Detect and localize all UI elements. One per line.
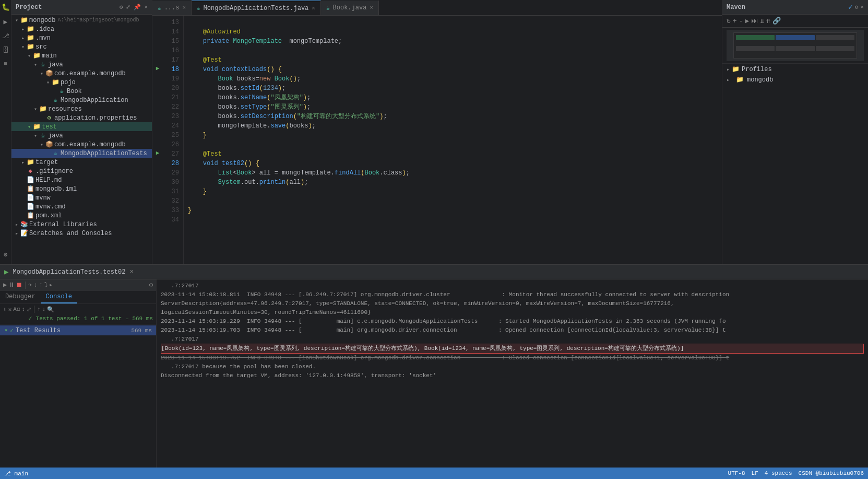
debug-icon[interactable]: 🐛 bbox=[1, 2, 11, 13]
tree-item-pom[interactable]: 📋 pom.xml bbox=[11, 211, 152, 220]
console-toolbar-btn4[interactable]: ↕ bbox=[21, 306, 25, 312]
maven-collapse-icon[interactable]: × bbox=[860, 4, 864, 10]
tree-item-main[interactable]: ▾ 📁 main bbox=[11, 51, 152, 60]
code-line-19: Book books=new Book(); bbox=[188, 74, 718, 84]
scratches-arrow-icon: ▸ bbox=[14, 230, 20, 237]
tree-item-gitignore[interactable]: ◆ .gitignore bbox=[11, 167, 152, 176]
tree-item-mongodb-tests[interactable]: ☕ MongodbApplicationTests bbox=[11, 149, 152, 158]
root-arrow-icon: ▾ bbox=[14, 17, 20, 24]
tree-item-help[interactable]: 📄 HELP.md bbox=[11, 176, 152, 184]
tab-2[interactable]: ☕ MongodbApplicationTests.java × bbox=[192, 1, 321, 15]
main-arrow-icon: ▾ bbox=[26, 53, 32, 59]
mvnw-icon: 📄 bbox=[26, 194, 34, 202]
tree-item-src[interactable]: ▾ 📁 src bbox=[11, 42, 152, 51]
run-gutter-18[interactable]: ▶ bbox=[152, 65, 163, 74]
debug-toolbar-btn-eval[interactable]: ▸ bbox=[49, 281, 53, 289]
tree-item-com-main[interactable]: ▾ 📦 com.example.mongodb bbox=[11, 69, 152, 78]
tree-item-pojo[interactable]: ▾ 📁 pojo bbox=[11, 78, 152, 87]
maven-link-btn[interactable]: 🔗 bbox=[772, 17, 781, 25]
line-num-14: 14 bbox=[165, 27, 179, 37]
console-toolbar-btn1[interactable]: ⬇ bbox=[3, 306, 7, 313]
project-settings-icon[interactable]: ⚙ bbox=[120, 4, 123, 10]
debug-subtab-console[interactable]: Console bbox=[41, 291, 77, 303]
pom-icon: 📋 bbox=[26, 212, 34, 219]
tree-item-ext-libs[interactable]: ▸ 📚 External Libraries bbox=[11, 220, 152, 229]
debug-toolbar-btn-stepinto[interactable]: ↓ bbox=[33, 282, 37, 289]
maven-run-btn[interactable]: ▶ bbox=[745, 17, 749, 25]
line-num-30: 30 bbox=[165, 178, 179, 187]
db-icon[interactable]: 🗄 bbox=[2, 45, 10, 55]
run-gutter-28[interactable]: ▶ bbox=[152, 149, 163, 159]
console-line-4: 2023-11-14 15:03:19.229 INFO 34948 --- [… bbox=[161, 317, 864, 326]
maven-add-btn[interactable]: + bbox=[733, 17, 737, 25]
tree-item-resources[interactable]: ▾ 📁 resources bbox=[11, 104, 152, 113]
tree-item-scratches[interactable]: ▸ 📝 Scratches and Consoles bbox=[11, 229, 152, 238]
line-num-34: 34 bbox=[165, 215, 179, 225]
console-line-9: .7:27017 because the pool has been close… bbox=[161, 363, 864, 371]
tab2-close[interactable]: × bbox=[312, 5, 315, 11]
console-toolbar-btn7[interactable]: ↓ bbox=[42, 306, 46, 312]
code-editor[interactable]: ▶ ▶ 13 14 15 16 17 bbox=[152, 16, 722, 264]
maven-expand-all-btn[interactable]: ⇈ bbox=[766, 17, 770, 25]
maven-collapse-all-btn[interactable]: ⇊ bbox=[760, 17, 764, 25]
settings-icon[interactable]: ⚙ bbox=[3, 250, 8, 260]
maven-refresh-btn[interactable]: ↻ bbox=[727, 17, 731, 25]
console-toolbar-btn3[interactable]: Aα bbox=[13, 306, 20, 312]
tree-root[interactable]: ▾ 📁 mongodb A:\heimaSpringBoot\mongodb bbox=[11, 16, 152, 25]
debug-toolbar-btn-resume[interactable]: ▶ bbox=[3, 281, 7, 289]
maven-title: Maven bbox=[727, 4, 745, 11]
project-pin-icon[interactable]: 📌 bbox=[134, 4, 141, 10]
debug-toolbar-btn-stepout[interactable]: ↑ bbox=[39, 282, 43, 289]
debug-toolbar-btn-stop[interactable]: ⏹ bbox=[16, 281, 22, 289]
tab-3[interactable]: ☕ Book.java × bbox=[321, 1, 379, 15]
console-toolbar-btn2[interactable]: ✕ bbox=[8, 306, 12, 313]
maven-profiles-header[interactable]: ▸ 📁 Profiles bbox=[722, 64, 868, 75]
tree-item-com-test[interactable]: ▾ 📦 com.example.mongodb bbox=[11, 140, 152, 149]
target-arrow-icon: ▸ bbox=[20, 159, 26, 166]
tree-item-book[interactable]: ☕ Book bbox=[11, 87, 152, 96]
run-icon[interactable]: ▶ bbox=[3, 17, 9, 27]
console-toolbar-btn8[interactable]: 🔍 bbox=[47, 306, 54, 313]
tree-item-iml[interactable]: 📋 mongodb.iml bbox=[11, 184, 152, 193]
test-results-label: Test Results bbox=[16, 327, 61, 334]
test-results-item[interactable]: ▾ ✓ Test Results 569 ms bbox=[0, 325, 156, 335]
debug-toolbar-btn-run-to-cursor[interactable]: ⤵ bbox=[44, 281, 47, 289]
tree-item-mongodb-app[interactable]: ☕ MongodbApplication bbox=[11, 96, 152, 104]
tree-item-mvn[interactable]: ▸ 📁 .mvn bbox=[11, 33, 152, 42]
tab1-close[interactable]: × bbox=[182, 5, 186, 11]
debug-title: MongodbApplicationTests.test02 bbox=[13, 268, 125, 276]
project-expand-icon[interactable]: ⤢ bbox=[126, 4, 130, 10]
maven-remove-btn[interactable]: - bbox=[739, 17, 743, 25]
tab3-close[interactable]: × bbox=[370, 5, 373, 11]
code-line-20: books.setId(1234); bbox=[188, 84, 718, 93]
tree-item-java-test[interactable]: ▾ ☕ java bbox=[11, 131, 152, 140]
console-toolbar-btn6[interactable]: ↑ bbox=[37, 306, 41, 312]
line-num-23: 23 bbox=[165, 112, 179, 121]
maven-settings-icon[interactable]: ⚙ bbox=[855, 4, 859, 10]
ext-libs-label: External Libraries bbox=[29, 221, 97, 228]
tree-item-java-main[interactable]: ▾ ☕ java bbox=[11, 60, 152, 69]
scratches-icon: 📝 bbox=[20, 229, 28, 237]
debug-tab-close[interactable]: × bbox=[129, 268, 134, 276]
debug-separator-1 bbox=[25, 282, 26, 289]
src-folder-icon: 📁 bbox=[26, 43, 34, 51]
debug-toolbar-btn-pause[interactable]: ⏸ bbox=[8, 281, 15, 289]
tree-item-test[interactable]: ▾ 📁 test bbox=[11, 122, 152, 131]
debug-subtab-debugger[interactable]: Debugger bbox=[0, 291, 41, 303]
tree-item-idea[interactable]: ▸ 📁 .idea bbox=[11, 25, 152, 33]
debug-toolbar-btn-settings[interactable]: ⚙ bbox=[149, 281, 153, 289]
debug-toolbar-btn-stepover[interactable]: ↷ bbox=[28, 281, 32, 289]
maven-mongodb-item[interactable]: ▸ 📁 mongodb bbox=[722, 75, 868, 85]
tree-item-target[interactable]: ▸ 📁 target bbox=[11, 158, 152, 167]
resources-folder-icon: 📁 bbox=[39, 105, 47, 113]
maven-skip-btn[interactable]: ⏭ bbox=[751, 17, 758, 25]
tree-item-mvnw-cmd[interactable]: 📄 mvnw.cmd bbox=[11, 202, 152, 211]
project-close-icon[interactable]: × bbox=[144, 4, 148, 10]
mongodb-app-icon: ☕ bbox=[51, 96, 60, 104]
com-test-arrow-icon: ▾ bbox=[39, 142, 45, 148]
tree-item-mvnw[interactable]: 📄 mvnw bbox=[11, 193, 152, 202]
git-icon[interactable]: ⎇ bbox=[1, 31, 10, 41]
tree-item-app-props[interactable]: ⚙ application.properties bbox=[11, 113, 152, 122]
console-toolbar-btn5[interactable]: ⤢ bbox=[27, 306, 31, 313]
tab-1[interactable]: ☕ ...s × bbox=[152, 1, 192, 15]
